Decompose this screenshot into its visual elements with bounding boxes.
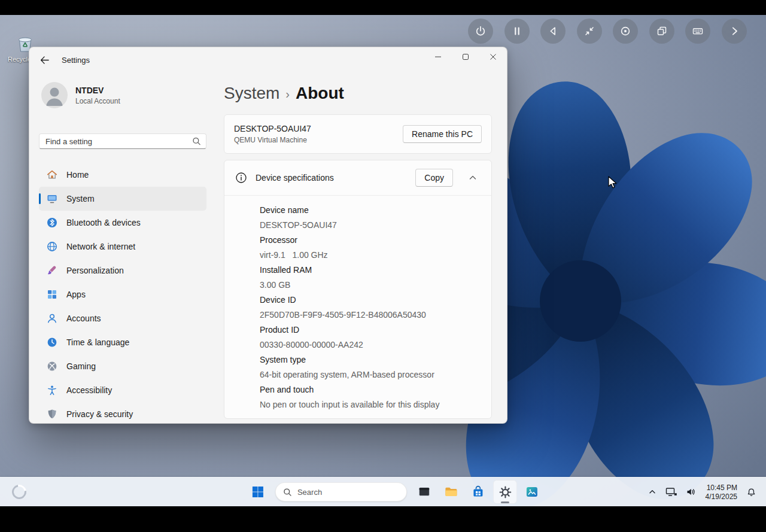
vm-windows-button[interactable] (649, 19, 674, 44)
spec-row-system-type: System type 64-bit operating system, ARM… (260, 352, 482, 382)
taskbar-center: Search (246, 478, 544, 506)
info-icon (235, 172, 247, 184)
device-specs-title: Device specifications (256, 173, 407, 183)
clock[interactable]: 10:45 PM 4/19/2025 (701, 481, 741, 503)
sidebar-item-accessibility[interactable]: Accessibility (39, 378, 206, 402)
spec-value: 3.00 GB (260, 278, 482, 293)
sidebar-item-label: System (66, 194, 95, 203)
vm-capture-button[interactable] (613, 19, 638, 44)
spec-value: 2F50D70B-F9F9-4505-9F12-B48006A50430 (260, 308, 482, 323)
sidebar-item-label: Network & internet (66, 242, 135, 251)
sidebar-item-network-internet[interactable]: Network & internet (39, 235, 206, 259)
globe-icon (46, 241, 58, 253)
sidebar-item-accounts[interactable]: Accounts (39, 306, 206, 330)
sidebar-item-apps[interactable]: Apps (39, 282, 206, 306)
spec-row-device-name: Device name DESKTOP-5OAUI47 (260, 203, 482, 233)
vm-shrink-button[interactable] (577, 19, 602, 44)
photos-icon (525, 485, 539, 499)
settings-sidebar: NTDEV Local Account (29, 72, 216, 423)
store-icon (471, 485, 485, 499)
minimize-button[interactable] (424, 47, 452, 66)
vm-pause-button[interactable] (504, 19, 530, 44)
maximize-button[interactable] (452, 47, 479, 66)
sidebar-item-personalization[interactable]: Personalization (39, 259, 206, 282)
collapse-expander-button[interactable] (465, 171, 481, 184)
vm-previous-button[interactable] (540, 19, 566, 44)
spec-label: Product ID (260, 323, 482, 338)
spec-label: Processor (260, 233, 482, 248)
spec-row-device-id: Device ID 2F50D70B-F9F9-4505-9F12-B48006… (260, 293, 482, 323)
settings-taskbar-button[interactable] (493, 480, 517, 504)
spec-label: Installed RAM (260, 263, 482, 278)
letterbox-top (0, 0, 766, 15)
file-explorer-icon (444, 485, 458, 499)
copy-button[interactable]: Copy (415, 169, 453, 187)
device-specs-header[interactable]: Device specifications Copy (224, 160, 491, 195)
sidebar-item-time-language[interactable]: Time & language (39, 330, 206, 354)
caption-buttons (424, 47, 507, 66)
settings-content: System › About DESKTOP-5OAUI47 QEMU Virt… (216, 72, 507, 423)
vm-viewer-screen: Recycle Bin Settings (0, 0, 766, 532)
store-button[interactable] (466, 480, 490, 504)
sidebar-item-label: Accounts (66, 314, 101, 323)
gear-icon (498, 485, 512, 499)
user-icon (41, 82, 68, 108)
sidebar-item-privacy-security[interactable]: Privacy & security (39, 402, 206, 424)
network-tray-button[interactable] (662, 481, 681, 503)
shrink-icon (583, 25, 595, 37)
device-specs-card: Device specifications Copy Device name (224, 160, 492, 419)
vm-next-button[interactable] (722, 19, 747, 44)
settings-search-input[interactable] (39, 133, 206, 149)
pause-icon (511, 25, 523, 37)
tray-overflow-button[interactable] (644, 481, 661, 503)
pc-name-card: DESKTOP-5OAUI47 QEMU Virtual Machine Ren… (224, 114, 492, 154)
next-icon (728, 25, 740, 37)
sidebar-item-label: Privacy & security (66, 409, 133, 419)
task-view-button[interactable] (412, 480, 436, 504)
settings-nav: Home System (39, 163, 206, 424)
apps-icon (46, 288, 58, 300)
account-card[interactable]: NTDEV Local Account (41, 82, 204, 108)
photos-button[interactable] (520, 480, 544, 504)
start-button[interactable] (246, 480, 270, 504)
sidebar-item-gaming[interactable]: Gaming (39, 354, 206, 378)
notification-button[interactable] (743, 481, 760, 503)
sidebar-item-label: Time & language (66, 338, 129, 347)
breadcrumb-system[interactable]: System (224, 84, 279, 103)
file-explorer-button[interactable] (439, 480, 463, 504)
search-icon (192, 137, 201, 146)
settings-titlebar: Settings (29, 47, 507, 72)
volume-tray-button[interactable] (682, 481, 700, 503)
back-arrow-icon (39, 55, 50, 65)
window-title: Settings (62, 56, 90, 65)
sidebar-item-system[interactable]: System (39, 187, 206, 211)
copy-windows-icon (656, 25, 668, 37)
tray-time: 10:45 PM (707, 484, 737, 492)
back-button[interactable] (33, 50, 56, 69)
account-type: Local Account (75, 97, 120, 105)
taskbar: Search (0, 477, 766, 506)
taskbar-search[interactable]: Search (275, 482, 407, 501)
spec-row-processor: Processor virt-9.1 1.00 GHz (260, 233, 482, 263)
sidebar-item-label: Bluetooth & devices (66, 218, 141, 227)
minimize-icon (434, 53, 442, 60)
vm-keyboard-button[interactable] (685, 19, 710, 44)
accessibility-icon (46, 384, 58, 396)
vm-power-button[interactable] (468, 19, 493, 44)
spec-row-product-id: Product ID 00330-80000-00000-AA242 (260, 323, 482, 352)
previous-icon (547, 25, 559, 37)
sidebar-item-bluetooth-devices[interactable]: Bluetooth & devices (39, 211, 206, 235)
spec-value: virt-9.1 1.00 GHz (260, 248, 482, 263)
spec-label: Pen and touch (260, 382, 482, 397)
chevron-up-icon (648, 487, 657, 497)
loading-spinner-icon (9, 482, 29, 501)
sidebar-item-home[interactable]: Home (39, 163, 206, 187)
windows-logo-icon (251, 485, 265, 498)
sidebar-item-label: Personalization (66, 266, 124, 275)
taskbar-search-label: Search (297, 488, 322, 497)
rename-pc-button[interactable]: Rename this PC (403, 125, 482, 143)
network-monitor-icon (665, 487, 677, 497)
close-button[interactable] (479, 47, 507, 66)
speaker-icon (686, 487, 697, 497)
bell-icon (746, 487, 756, 497)
